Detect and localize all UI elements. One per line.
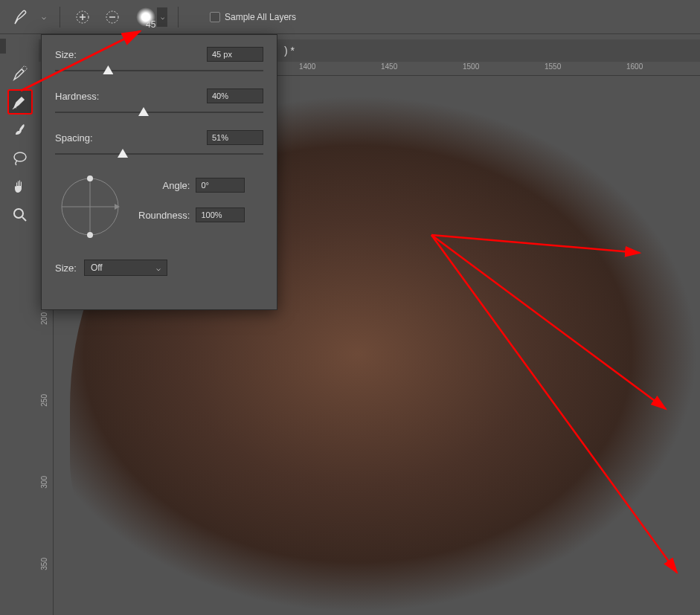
options-bar: ⌵ ⌵ 45 Sample All Layers [0,0,700,34]
tool-dropdown-icon[interactable]: ⌵ [39,13,49,21]
tab-modified-indicator: ) * [284,45,295,57]
brush-size-display: 45 [146,19,155,30]
zoom-tool[interactable] [7,202,33,228]
brush-angle-control[interactable] [55,172,125,242]
chevron-down-icon: ⌵ [156,264,161,272]
svg-line-8 [22,217,26,221]
angle-label: Angle: [163,180,190,191]
spacing-slider[interactable] [55,149,263,158]
svg-point-6 [14,152,26,161]
current-tool-icon [10,6,33,28]
lasso-tool[interactable] [7,146,33,171]
size-mode-label: Size: [55,263,77,274]
add-selection-button[interactable] [71,5,94,29]
size-input[interactable] [207,47,263,62]
quick-selection-brush-tool[interactable] [7,61,33,86]
sample-all-layers-label: Sample All Layers [225,12,296,22]
hardness-label: Hardness: [55,91,99,102]
size-slider[interactable] [55,66,263,75]
size-mode-dropdown[interactable]: Off ⌵ [84,260,167,276]
sample-all-layers-checkbox[interactable] [210,12,220,22]
roundness-input[interactable] [196,207,245,222]
svg-point-5 [22,66,27,71]
roundness-label: Roundness: [138,210,190,221]
svg-point-7 [14,209,23,218]
svg-point-12 [87,176,93,181]
hardness-input[interactable] [207,88,263,103]
spacing-input[interactable] [207,130,263,145]
subtract-selection-button[interactable] [100,5,124,29]
tool-palette [7,61,33,228]
svg-point-13 [87,232,93,238]
panel-collapse-handle[interactable] [0,39,6,54]
brush-settings-panel: Size: Hardness: Spacing: [41,34,277,310]
hand-tool[interactable] [7,174,33,199]
svg-marker-14 [115,204,120,210]
refine-edge-brush-tool[interactable] [7,89,33,115]
spacing-label: Spacing: [55,132,93,144]
brush-tool[interactable] [7,117,33,143]
size-label: Size: [55,49,77,60]
angle-input[interactable] [196,178,245,193]
hardness-slider[interactable] [55,108,263,117]
brush-picker-dropdown-icon[interactable]: ⌵ [157,7,167,27]
